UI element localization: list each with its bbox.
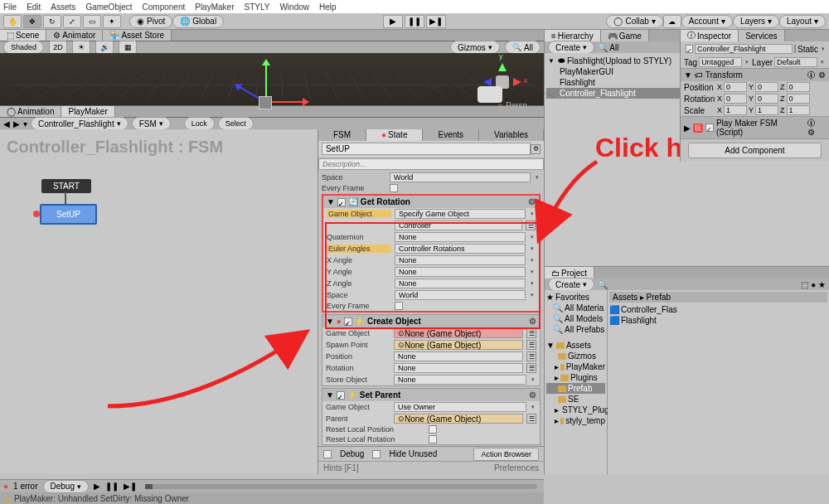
folder-styly-plugin[interactable]: ▸ STYLY_Plug bbox=[546, 405, 605, 415]
hierarchy-create-dropdown[interactable]: Create ▾ bbox=[548, 41, 594, 54]
create-object-header[interactable]: ▼ ●⚡ Create Object⚙ bbox=[322, 315, 540, 327]
hierarchy-search[interactable]: 🔍 All bbox=[598, 43, 618, 52]
debug-step[interactable]: ▶❚ bbox=[124, 482, 137, 491]
favorites-root[interactable]: ★ Favorites bbox=[546, 292, 605, 303]
menu-help[interactable]: Help bbox=[319, 2, 337, 12]
fx-toggle[interactable]: ▦ bbox=[119, 41, 137, 54]
menu-styly[interactable]: STYLY bbox=[244, 2, 269, 12]
gr-z-dropdown[interactable]: None bbox=[395, 279, 526, 288]
preferences-link[interactable]: Preferences bbox=[494, 463, 539, 472]
audio-toggle[interactable]: 🔊 bbox=[95, 41, 114, 54]
folder-styly-temp[interactable]: ▸ styly_temp bbox=[546, 415, 605, 426]
state-tab-state[interactable]: State bbox=[366, 129, 423, 141]
tab-playmaker[interactable]: PlayMaker bbox=[61, 106, 114, 117]
tool-scale[interactable]: ⤢ bbox=[63, 15, 81, 28]
folder-prefab[interactable]: Prefab bbox=[546, 383, 605, 394]
state-settings-icon[interactable]: ⚙ bbox=[531, 144, 541, 154]
debug-play[interactable]: ▶ bbox=[94, 482, 100, 491]
fav-prefabs[interactable]: 🔍 All Prefabs bbox=[546, 324, 605, 335]
sp-resetpos-checkbox[interactable] bbox=[429, 425, 437, 434]
account-dropdown[interactable]: Account ▾ bbox=[681, 15, 733, 28]
project-create-dropdown[interactable]: Create ▾ bbox=[548, 278, 594, 291]
sp-resetrot-checkbox[interactable] bbox=[429, 435, 437, 443]
global-toggle[interactable]: 🌐 Global bbox=[172, 15, 224, 28]
pm-object-dropdown[interactable]: Controller_Flashlight ▾ bbox=[31, 117, 128, 130]
layout-dropdown[interactable]: Layout ▾ bbox=[779, 15, 826, 28]
tab-scene[interactable]: ⬚ Scene bbox=[0, 30, 46, 41]
tab-asset-store[interactable]: 🏪 Asset Store bbox=[103, 30, 172, 41]
sp-gear-icon[interactable]: ⚙ bbox=[529, 390, 536, 400]
gr-gameobject-dropdown[interactable]: Specify Game Object bbox=[395, 209, 526, 219]
search-all[interactable]: 🔍 All bbox=[505, 41, 541, 54]
pause-button[interactable]: ❚❚ bbox=[405, 15, 424, 28]
project-search[interactable]: 🔍 bbox=[598, 280, 608, 289]
error-count[interactable]: 1 error bbox=[13, 482, 37, 491]
scale-z[interactable] bbox=[787, 105, 810, 115]
scale-x[interactable] bbox=[724, 105, 747, 115]
scale-y[interactable] bbox=[755, 105, 778, 115]
light-toggle[interactable]: ☀ bbox=[72, 41, 90, 54]
shaded-dropdown[interactable]: Shaded bbox=[3, 41, 44, 54]
pm-select[interactable]: Select bbox=[218, 117, 254, 130]
tab-hierarchy[interactable]: ≡ Hierarchy bbox=[545, 30, 601, 41]
setup-node[interactable]: SetUP bbox=[40, 204, 97, 225]
play-button[interactable]: ▶ bbox=[383, 15, 403, 28]
tab-project[interactable]: 🗀 Project bbox=[545, 267, 594, 279]
menu-gameobject[interactable]: GameObject bbox=[85, 2, 132, 12]
assets-root[interactable]: ▼ Assets bbox=[546, 340, 605, 351]
pm-history[interactable]: ▾ bbox=[23, 119, 27, 128]
pm-back[interactable]: ◀ bbox=[3, 119, 10, 128]
prev-every-checkbox[interactable] bbox=[390, 184, 398, 192]
tab-services[interactable]: Services bbox=[739, 30, 784, 41]
cloud-button[interactable]: ☁ bbox=[663, 15, 681, 28]
debug-pause[interactable]: ❚❚ bbox=[105, 482, 119, 491]
gr-controller-field[interactable]: Controller bbox=[395, 220, 522, 230]
layer-dropdown[interactable]: Default bbox=[774, 57, 817, 67]
gr-x-dropdown[interactable]: None bbox=[395, 255, 526, 265]
fav-models[interactable]: 🔍 All Models bbox=[546, 313, 605, 324]
project-breadcrumb[interactable]: Assets ▸ Prefab bbox=[609, 292, 827, 303]
gameobject-active-checkbox[interactable] bbox=[686, 45, 693, 53]
2d-toggle[interactable]: 2D bbox=[49, 41, 67, 54]
co-gameobject-field[interactable]: ⊙None (Game Object) bbox=[394, 328, 523, 338]
layers-dropdown[interactable]: Layers ▾ bbox=[733, 15, 779, 28]
sp-gameobject-dropdown[interactable]: Use Owner bbox=[394, 402, 526, 412]
tab-inspector[interactable]: ⓘ Inspector bbox=[681, 30, 739, 41]
gr-y-dropdown[interactable]: None bbox=[395, 267, 526, 277]
tool-transform[interactable]: ✦ bbox=[103, 15, 121, 28]
debug-checkbox[interactable] bbox=[323, 450, 332, 458]
action-browser-button[interactable]: Action Browser bbox=[473, 448, 539, 461]
start-node[interactable]: START bbox=[41, 179, 91, 193]
gameobject-name-input[interactable] bbox=[695, 44, 793, 54]
get-rotation-gear-icon[interactable]: ⚙ bbox=[528, 197, 536, 206]
tag-dropdown[interactable]: Untagged bbox=[699, 57, 742, 67]
state-tab-events[interactable]: Events bbox=[423, 129, 479, 141]
co-pos-var-button[interactable]: ☰ bbox=[526, 351, 536, 361]
gr-euler-dropdown[interactable]: Controller Rotations bbox=[395, 244, 526, 254]
state-tab-variables[interactable]: Variables bbox=[479, 129, 544, 141]
transform-header[interactable]: ▼ 🏷 Transform🛈 ⚙ bbox=[681, 69, 829, 81]
sp-parent-var-button[interactable]: ☰ bbox=[526, 414, 536, 424]
tab-game[interactable]: 🎮 Game bbox=[601, 30, 649, 41]
tool-rect[interactable]: ▭ bbox=[83, 15, 101, 28]
state-description-input[interactable] bbox=[318, 158, 544, 170]
folder-se[interactable]: SE bbox=[546, 394, 605, 405]
gr-every-checkbox[interactable] bbox=[395, 302, 403, 310]
gr-controller-var-button[interactable]: ☰ bbox=[526, 220, 536, 230]
co-spawn-var-button[interactable]: ☰ bbox=[526, 340, 536, 350]
tool-hand[interactable]: ✋ bbox=[3, 15, 22, 28]
tab-animation[interactable]: ◯ Animation bbox=[0, 106, 61, 117]
co-pos-dropdown[interactable]: None bbox=[394, 351, 523, 361]
menu-file[interactable]: File bbox=[3, 2, 17, 12]
prev-space-val[interactable]: World bbox=[390, 172, 531, 182]
fsm-graph-canvas[interactable]: Controller_Flashlight : FSM START SetUP bbox=[0, 129, 318, 474]
rot-z[interactable] bbox=[787, 94, 810, 104]
asset-controller-flashlight[interactable]: 🟦 Controller_Flas bbox=[609, 304, 827, 315]
collab-dropdown[interactable]: ◯ Collab ▾ bbox=[606, 15, 662, 28]
playmaker-fsm-header[interactable]: ▶ 玩 Play Maker FSM (Script)🛈 ⚙ bbox=[681, 117, 829, 138]
menu-edit[interactable]: Edit bbox=[27, 2, 41, 12]
fav-materials[interactable]: 🔍 All Materia bbox=[546, 303, 605, 313]
pos-x[interactable] bbox=[724, 82, 747, 92]
folder-plugins[interactable]: ▸ Plugins bbox=[546, 372, 605, 383]
pos-z[interactable] bbox=[787, 82, 810, 92]
